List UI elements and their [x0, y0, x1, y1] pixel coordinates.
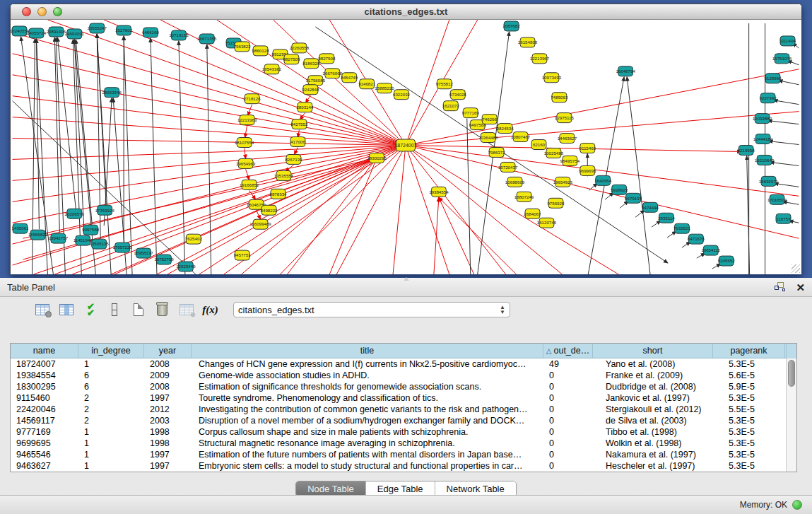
table-cell[interactable]: Hescheler et al. (1997) — [593, 460, 713, 472]
table-cell[interactable]: 5.3E-5 — [713, 392, 785, 404]
table-cell[interactable]: 2009 — [144, 370, 192, 381]
graph-node[interactable]: 18107554 — [235, 138, 254, 148]
table-cell[interactable]: 1 — [78, 358, 144, 370]
graph-node[interactable]: 2718126 — [244, 94, 261, 104]
table-cell[interactable]: Jankovic et al. (1997) — [593, 392, 713, 404]
column-header-in-degree[interactable]: in_degree — [78, 344, 144, 358]
table-cell[interactable]: Genome-wide association studies in ADHD. — [192, 370, 543, 381]
graph-node[interactable]: 20891406 — [47, 27, 66, 37]
table-cell[interactable]: 9699695 — [11, 438, 78, 449]
graph-node[interactable]: 5938923 — [611, 185, 628, 194]
table-cell[interactable]: 1997 — [144, 392, 192, 404]
graph-node[interactable]: 18300295 — [367, 153, 387, 163]
table-cell[interactable]: 22420046 — [11, 404, 78, 415]
table-cell[interactable]: 0 — [543, 460, 593, 472]
table-row[interactable]: 1830029562008Estimation of significance … — [11, 381, 796, 392]
table-cell[interactable]: 5.6E-5 — [713, 370, 785, 381]
table-row[interactable]: 1872400712008Changes of HCN gene express… — [11, 358, 796, 370]
graph-node[interactable]: 6679197 — [625, 193, 642, 203]
tab-node-table[interactable]: Node Table — [296, 481, 366, 496]
table-cell[interactable]: Structural magnetic resonance image aver… — [192, 438, 543, 449]
float-panel-icon[interactable] — [775, 282, 786, 292]
graph-node[interactable]: 9474444 — [642, 202, 659, 212]
table-cell[interactable]: Dudbridge et al. (2008) — [593, 381, 713, 392]
graph-node[interactable]: 116753 — [776, 214, 791, 223]
table-cell[interactable]: 5.3E-5 — [713, 438, 785, 449]
graph-node[interactable]: 10688609 — [505, 177, 525, 187]
table-cell[interactable]: 0 — [543, 370, 593, 381]
function-builder-icon[interactable]: f(x) — [201, 300, 220, 319]
graph-node[interactable]: 8454749 — [341, 73, 358, 83]
tab-edge-table[interactable]: Edge Table — [366, 481, 435, 496]
graph-node[interactable]: 8498222 — [261, 205, 278, 215]
graph-node[interactable]: 16648794 — [616, 66, 635, 76]
graph-node[interactable]: 13535554 — [274, 170, 294, 180]
vertical-scrollbar[interactable] — [786, 358, 796, 472]
graph-node[interactable]: 9699695 — [579, 165, 596, 175]
graph-node[interactable]: 7986372 — [488, 147, 506, 157]
graph-node[interactable]: 18807249 — [514, 192, 534, 201]
table-cell[interactable]: 0 — [543, 438, 593, 449]
graph-node[interactable]: 19654963 — [236, 158, 256, 168]
table-cell[interactable]: 0 — [543, 381, 593, 392]
table-cell[interactable]: 18724007 — [11, 358, 78, 370]
graph-node[interactable]: 9827508 — [318, 54, 336, 64]
table-cell[interactable]: 1997 — [144, 460, 192, 472]
graph-node[interactable]: 8471676 — [688, 234, 705, 244]
graph-node[interactable]: 31756085 — [306, 76, 326, 86]
graph-node[interactable]: 11566829 — [28, 230, 48, 240]
column-header-name[interactable]: name — [11, 344, 78, 358]
column-header-short[interactable]: short — [593, 344, 713, 358]
graph-node[interactable]: 24055724 — [27, 28, 47, 38]
graph-node[interactable]: 9097588 — [82, 225, 100, 235]
minimize-traffic-light-icon[interactable] — [37, 7, 47, 16]
table-cell[interactable]: 2 — [78, 404, 144, 415]
table-cell[interactable]: Tibbo et al. (1998) — [593, 426, 713, 438]
table-cell[interactable]: 1 — [78, 438, 144, 449]
graph-node[interactable]: 6734028 — [449, 90, 467, 100]
table-row[interactable]: 969969511998Structural magnetic resonanc… — [11, 438, 796, 449]
table-row[interactable]: 946554611997Estimation of the future num… — [11, 449, 796, 460]
table-row[interactable]: 911546021997Tourette syndrome. Phenomeno… — [11, 392, 796, 404]
table-cell[interactable]: Wolkin et al. (1998) — [593, 438, 713, 449]
column-header-year[interactable]: year — [144, 344, 192, 358]
graph-node[interactable]: 9227342 — [760, 93, 777, 103]
table-cell[interactable]: 5.3E-5 — [713, 426, 785, 438]
graph-node[interactable]: 15692971 — [759, 176, 779, 186]
table-cell[interactable]: 2 — [78, 392, 144, 404]
graph-node[interactable]: 16543362 — [262, 64, 282, 74]
close-panel-icon[interactable]: ✕ — [796, 282, 805, 293]
graph-node[interactable]: 8215958 — [738, 146, 755, 156]
graph-node[interactable]: 9755812 — [436, 79, 454, 89]
show-columns-icon[interactable] — [57, 300, 76, 319]
graph-node[interactable]: 12975115 — [555, 113, 575, 123]
graph-node[interactable]: 17359924 — [95, 205, 114, 215]
table-cell[interactable]: 0 — [543, 415, 593, 426]
create-column-icon[interactable] — [129, 300, 148, 319]
graph-node[interactable]: 98495754 — [560, 156, 580, 165]
table-cell[interactable]: 5.9E-5 — [713, 381, 785, 392]
table-row[interactable]: 1938455462009Genome-wide association stu… — [11, 370, 796, 381]
table-cell[interactable]: 1997 — [144, 449, 192, 460]
graph-node[interactable]: 7485063 — [551, 93, 568, 103]
graph-node[interactable]: 12213967 — [530, 54, 550, 64]
graph-node[interactable]: 10025488 — [544, 148, 564, 158]
graph-node[interactable]: 10973493 — [542, 73, 562, 83]
graph-node[interactable]: 16210643 — [755, 155, 775, 165]
table-cell[interactable]: Embryonic stem cells: a model to study s… — [192, 460, 543, 472]
graph-node[interactable]: 19654923 — [553, 177, 573, 187]
graph-node[interactable]: 13505135 — [89, 239, 109, 249]
table-cell[interactable]: Stergiakouli et al. (2012) — [593, 404, 713, 415]
table-cell[interactable]: 2012 — [144, 404, 192, 415]
graph-node[interactable]: 9777169 — [462, 108, 480, 118]
graph-node[interactable]: 10807487 — [511, 132, 531, 142]
table-row[interactable]: 946362711997Embryonic stem cells: a mode… — [11, 460, 796, 472]
graph-node[interactable]: 1435061 — [12, 223, 30, 233]
table-cell[interactable]: 6 — [78, 381, 144, 392]
tab-network-table[interactable]: Network Table — [435, 481, 516, 496]
table-cell[interactable]: 9465546 — [11, 449, 78, 460]
graph-node[interactable]: 6466160 — [142, 28, 160, 37]
table-cell[interactable]: 18300295 — [11, 381, 78, 392]
graph-node[interactable]: 7625402 — [185, 234, 203, 244]
table-cell[interactable]: 5.3E-5 — [713, 449, 785, 460]
